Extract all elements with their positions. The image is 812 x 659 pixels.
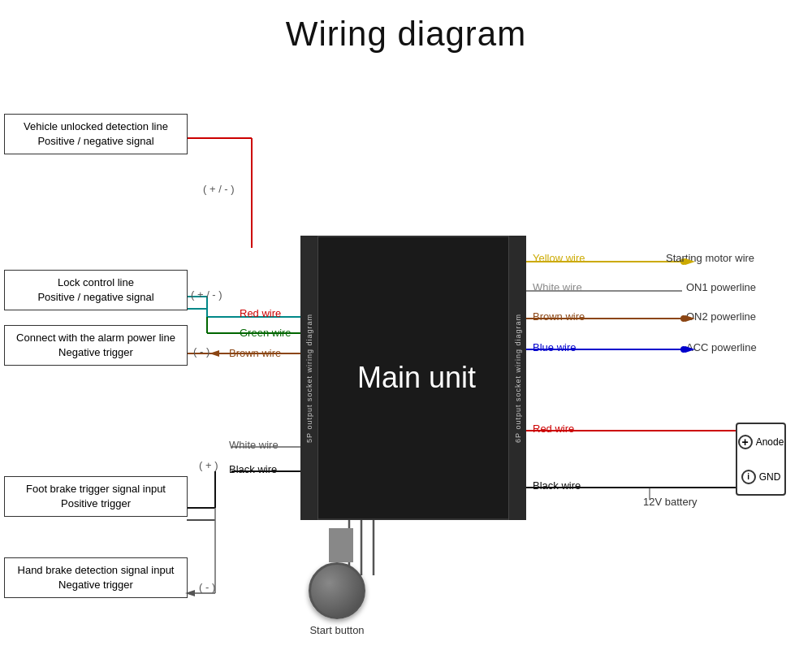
green-wire-label: Green wire	[240, 327, 292, 339]
pm-label-2: ( + / - )	[191, 288, 222, 301]
label-line1: Vehicle unlocked detection line	[11, 119, 180, 134]
label-line1: Hand brake detection signal input	[11, 563, 180, 578]
white-wire-label-left: White wire	[229, 439, 279, 451]
vertical-label-left: 5P output socket wiring diagram	[300, 236, 318, 520]
label-box-alarm-power: Connect with the alarm power line Negati…	[4, 325, 188, 366]
label-line2: Negative trigger	[11, 578, 180, 592]
start-button[interactable]	[309, 562, 365, 619]
on1-powerline-label: ON1 powerline	[686, 281, 756, 293]
acc-powerline-label: ACC powerline	[686, 341, 757, 353]
pm-label-1: ( + / - )	[203, 183, 235, 195]
plus-circle: +	[738, 435, 753, 449]
anode-label: Anode	[756, 436, 784, 448]
brown-wire-label-left: Brown wire	[229, 347, 281, 359]
label-box-vehicle-unlock: Vehicle unlocked detection line Positive…	[4, 114, 188, 154]
battery-gnd-row: i GND	[741, 470, 781, 484]
red-wire-label: Red wire	[240, 307, 281, 319]
pm-label-3: ( - )	[193, 345, 209, 358]
white-wire-label-right: White wire	[533, 281, 582, 293]
label-box-hand-brake: Hand brake detection signal input Negati…	[4, 557, 188, 598]
start-button-container: Start button	[309, 528, 365, 636]
black-wire-label-left: Black wire	[229, 463, 277, 475]
battery-symbol: + Anode i GND	[736, 423, 786, 496]
on2-powerline-label: ON2 powerline	[686, 310, 756, 323]
blue-wire-label: Blue wire	[533, 341, 576, 353]
label-line1: Foot brake trigger signal input	[11, 482, 180, 496]
red-wire-label-right: Red wire	[533, 423, 574, 435]
12v-battery-label: 12V battery	[643, 496, 698, 508]
pm-label-4: ( + )	[199, 459, 218, 471]
label-line2: Positive / negative signal	[11, 134, 180, 149]
label-line2: Positive trigger	[11, 496, 180, 511]
pm-label-5: ( - )	[199, 581, 215, 593]
main-unit: Main unit	[307, 236, 526, 520]
svg-marker-39	[209, 350, 219, 357]
black-wire-label-right: Black wire	[533, 479, 581, 492]
label-line1: Connect with the alarm power line	[11, 331, 180, 345]
diagram: Main unit 5P output socket wiring diagra…	[0, 57, 812, 650]
start-button-label: Start button	[309, 624, 364, 636]
label-line2: Negative trigger	[11, 345, 180, 360]
brown-wire-label-right: Brown wire	[533, 310, 585, 323]
starting-motor-label: Starting motor wire	[666, 252, 754, 264]
battery-plus-row: + Anode	[738, 435, 784, 449]
gnd-label: GND	[759, 471, 781, 483]
main-unit-label: Main unit	[357, 361, 476, 395]
vertical-label-right: 6P output socket wiring diagram	[508, 236, 526, 520]
label-line2: Positive / negative signal	[11, 290, 180, 305]
label-box-foot-brake: Foot brake trigger signal input Positive…	[4, 476, 188, 517]
yellow-wire-label: Yellow wire	[533, 252, 585, 264]
page-title: Wiring diagram	[0, 0, 812, 54]
gnd-circle: i	[741, 470, 756, 484]
label-line1: Lock control line	[11, 275, 180, 290]
label-box-lock-control: Lock control line Positive / negative si…	[4, 270, 188, 310]
